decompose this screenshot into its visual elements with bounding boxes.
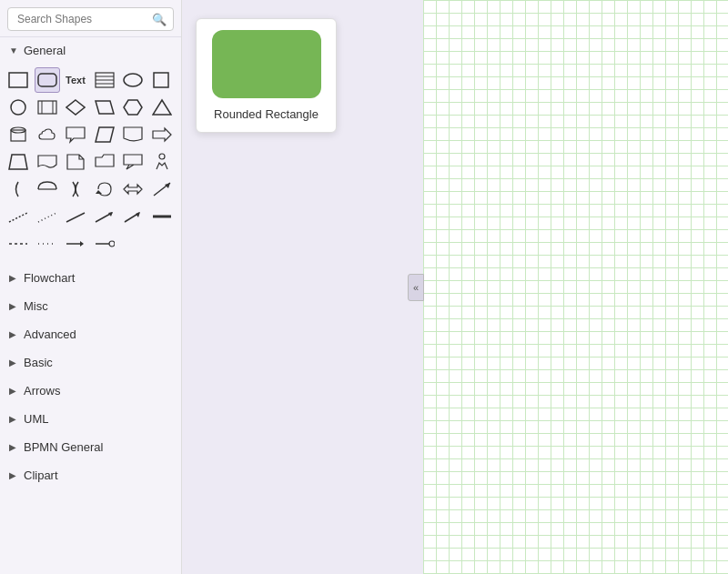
shape-line-solid[interactable] (5, 204, 31, 229)
shape-person[interactable] (149, 149, 175, 175)
svg-marker-20 (9, 155, 27, 169)
category-uml-label: UML (24, 412, 48, 426)
shape-rectangle[interactable] (5, 67, 31, 93)
shape-text-label: Text (66, 75, 86, 86)
shape-half-circle[interactable] (35, 176, 60, 202)
search-bar: 🔍 (0, 0, 181, 37)
svg-line-27 (38, 213, 56, 222)
category-advanced[interactable]: ▶ Advanced (0, 320, 181, 348)
svg-marker-12 (66, 100, 85, 115)
general-label: General (24, 44, 66, 57)
shape-line-arrow2[interactable] (120, 204, 146, 229)
search-wrapper: 🔍 (7, 7, 174, 31)
shape-line-dotted[interactable] (35, 204, 60, 229)
shape-trapezoid[interactable] (5, 149, 31, 175)
shape-folder[interactable] (92, 149, 117, 175)
shape-dotted-line[interactable] (35, 231, 60, 257)
shape-diamond[interactable] (63, 95, 88, 120)
svg-marker-14 (124, 100, 142, 115)
category-basic-label: Basic (24, 356, 53, 369)
shape-callout2[interactable] (120, 149, 146, 175)
shape-cylinder[interactable] (5, 122, 31, 147)
shape-bracket2[interactable] (63, 176, 88, 202)
category-clipart-label: Clipart (24, 468, 58, 482)
shape-arrow-diagonal[interactable] (149, 176, 175, 202)
canvas-area[interactable] (423, 0, 728, 574)
category-arrows-label: Arrows (24, 384, 60, 398)
general-arrow-icon: ▼ (9, 45, 18, 55)
shape-dashed-line[interactable] (5, 231, 31, 257)
category-flowchart[interactable]: ▶ Flowchart (0, 264, 181, 292)
svg-marker-25 (165, 183, 170, 188)
category-bpmn[interactable]: ▶ BPMN General (0, 433, 181, 461)
category-flowchart-label: Flowchart (24, 271, 75, 285)
shape-wave[interactable] (35, 149, 60, 175)
category-clipart[interactable]: ▶ Clipart (0, 461, 181, 489)
shape-double-arrow[interactable] (120, 176, 146, 202)
basic-arrow-icon: ▶ (9, 357, 16, 368)
svg-point-40 (109, 241, 115, 247)
category-bpmn-label: BPMN General (24, 440, 103, 454)
shape-text[interactable]: Text (63, 67, 88, 93)
category-misc-label: Misc (24, 299, 48, 313)
shape-document[interactable] (120, 122, 146, 147)
grid-canvas (423, 0, 728, 574)
shape-loop[interactable] (92, 176, 117, 202)
shape-bracket[interactable] (5, 176, 31, 202)
shape-process[interactable] (35, 95, 60, 120)
shape-note[interactable] (92, 67, 117, 93)
svg-marker-19 (153, 128, 171, 141)
shape-callout[interactable] (63, 122, 88, 147)
svg-line-26 (9, 213, 27, 222)
shape-data[interactable] (92, 122, 117, 147)
svg-point-6 (124, 74, 142, 86)
svg-line-28 (66, 213, 85, 222)
section-general[interactable]: ▼ General (0, 37, 181, 64)
category-misc[interactable]: ▶ Misc (0, 292, 181, 320)
shape-cloud[interactable] (35, 122, 60, 147)
shape-triangle[interactable] (149, 95, 175, 120)
shape-connector[interactable] (92, 231, 117, 257)
shapes-sidebar: 🔍 ▼ General Text (0, 0, 182, 574)
clipart-arrow-icon: ▶ (9, 470, 16, 480)
shape-tooltip-label: Rounded Rectangle (214, 107, 318, 121)
shape-circle[interactable] (5, 95, 31, 120)
uml-arrow-icon: ▶ (9, 414, 16, 424)
shape-line-plain[interactable] (63, 204, 88, 229)
svg-marker-13 (96, 101, 114, 114)
svg-marker-15 (153, 100, 171, 115)
shape-parallelogram[interactable] (92, 95, 117, 120)
flowchart-arrow-icon: ▶ (9, 273, 16, 283)
svg-marker-23 (96, 190, 102, 194)
search-input[interactable] (7, 7, 174, 31)
arrows-arrow-icon: ▶ (9, 386, 16, 396)
shape-square[interactable] (149, 67, 175, 93)
svg-rect-7 (154, 73, 168, 87)
svg-marker-38 (80, 241, 84, 247)
category-arrows[interactable]: ▶ Arrows (0, 377, 181, 405)
bpmn-arrow-icon: ▶ (9, 442, 16, 452)
shape-hexagon[interactable] (120, 95, 146, 120)
category-uml[interactable]: ▶ UML (0, 405, 181, 433)
collapse-panel-button[interactable]: « (408, 274, 424, 301)
svg-rect-9 (38, 101, 56, 114)
category-advanced-label: Advanced (24, 327, 76, 341)
collapse-icon: « (413, 282, 419, 293)
shape-page[interactable] (63, 149, 88, 175)
shapes-grid: Text (0, 64, 181, 264)
advanced-arrow-icon: ▶ (9, 329, 16, 339)
shape-rounded-rect[interactable] (35, 67, 60, 93)
svg-rect-0 (9, 73, 27, 87)
svg-point-21 (159, 154, 165, 159)
shape-arrow-line[interactable] (63, 231, 88, 257)
shape-thick-line[interactable] (149, 204, 175, 229)
svg-point-8 (11, 100, 25, 115)
category-basic[interactable]: ▶ Basic (0, 348, 181, 377)
shape-line-arrow[interactable] (92, 204, 117, 229)
shape-ellipse[interactable] (120, 67, 146, 93)
svg-rect-1 (38, 74, 56, 86)
shape-arrow-right[interactable] (149, 122, 175, 147)
misc-arrow-icon: ▶ (9, 301, 16, 311)
svg-marker-32 (136, 212, 140, 217)
shape-preview (212, 30, 321, 98)
